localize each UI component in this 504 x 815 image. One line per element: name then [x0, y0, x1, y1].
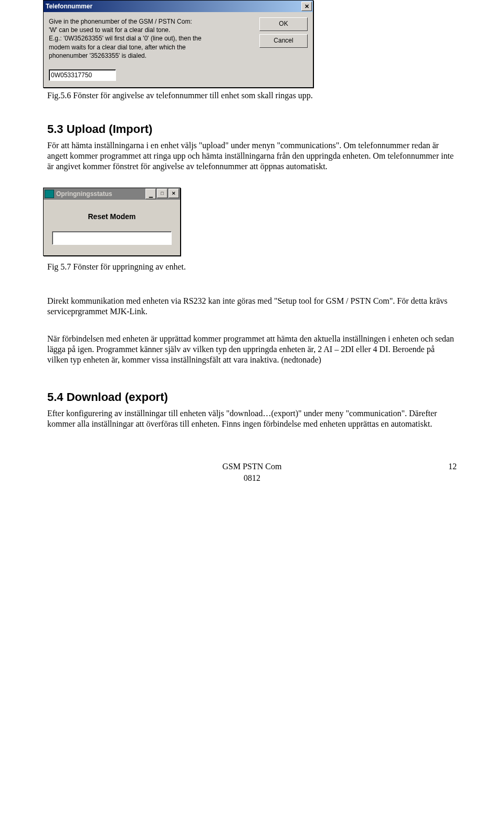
- dialog-button-column: OK Cancel: [259, 17, 308, 81]
- instruct-line: 'W' can be used to wait for a clear dial…: [49, 26, 244, 34]
- forbindelse-paragraph: När förbindelsen med enheten är upprätta…: [47, 334, 457, 365]
- app-icon: [45, 190, 54, 198]
- close-icon[interactable]: ✕: [169, 189, 179, 198]
- ok-button[interactable]: OK: [259, 17, 308, 31]
- dialog-left-pane: Give in the phonenumber of the GSM / PST…: [49, 17, 244, 81]
- dialog2-titlebar: Opringningsstatus ▁ □ ✕: [44, 188, 180, 200]
- download-paragraph: Efter konfigurering av inställningar til…: [47, 408, 457, 429]
- progress-bar: [52, 231, 172, 245]
- figure-caption: Fig 5.7 Fönster för uppringning av enhet…: [47, 262, 457, 272]
- instruct-line: Give in the phonenumber of the GSM / PST…: [49, 17, 244, 26]
- dialog-body: Give in the phonenumber of the GSM / PST…: [44, 12, 313, 87]
- titlebar-left: Opringningsstatus: [45, 190, 112, 198]
- page-footer: GSM PSTN Com 12 0812: [47, 461, 457, 483]
- dialog-title: Telefonnummer: [46, 3, 92, 10]
- opringningsstatus-dialog: Opringningsstatus ▁ □ ✕ Reset Modem: [43, 188, 181, 256]
- minimize-icon[interactable]: ▁: [145, 189, 156, 199]
- phonenumber-input[interactable]: 0W053317750: [49, 69, 116, 81]
- phonenumber-value: 0W053317750: [51, 71, 92, 79]
- dialog2-body: Reset Modem: [44, 200, 180, 255]
- close-icon[interactable]: ✕: [301, 2, 312, 11]
- window-controls: ▁ □ ✕: [145, 189, 179, 199]
- upload-heading: 5.3 Upload (Import): [47, 122, 457, 136]
- page-number: 12: [448, 461, 457, 472]
- download-heading: 5.4 Download (export): [47, 390, 457, 404]
- footer-doc-title: GSM PSTN Com: [223, 462, 282, 471]
- direkt-paragraph: Direkt kommunikation med enheten via RS2…: [47, 296, 457, 317]
- footer-doc-code: 0812: [244, 473, 260, 482]
- cancel-button[interactable]: Cancel: [259, 34, 308, 48]
- dialog-instructions: Give in the phonenumber of the GSM / PST…: [49, 17, 244, 60]
- figure-caption: Fig.5.6 Fönster för angivelse av telefon…: [47, 91, 457, 100]
- dialog-titlebar: Telefonnummer ✕: [44, 1, 313, 12]
- instruct-line: modem waits for a clear dial tone, after…: [49, 43, 244, 51]
- dialog2-title: Opringningsstatus: [56, 190, 112, 198]
- instruct-line: phonenumber '35263355' is dialed.: [49, 51, 244, 60]
- status-label: Reset Modem: [52, 212, 172, 221]
- instruct-line: E.g.: '0W35263355' wil first dial a '0' …: [49, 34, 244, 43]
- telefonnummer-dialog: Telefonnummer ✕ Give in the phonenumber …: [43, 0, 313, 88]
- maximize-icon[interactable]: □: [157, 189, 167, 198]
- upload-paragraph: För att hämta inställningarna i en enhet…: [47, 140, 457, 172]
